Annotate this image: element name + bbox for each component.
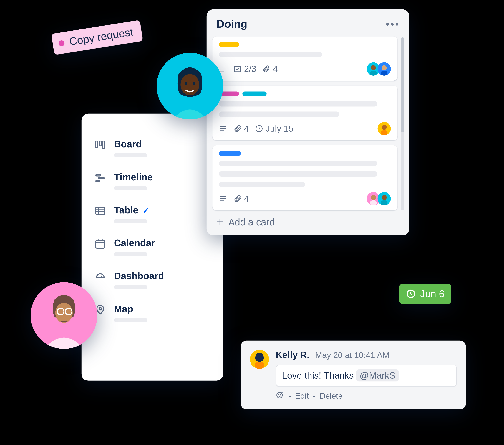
- checklist-meta: 2/3: [233, 64, 256, 74]
- column-scrollbar[interactable]: [401, 37, 404, 210]
- board-icon: [94, 139, 107, 151]
- svg-point-55: [277, 392, 282, 398]
- svg-rect-2: [103, 141, 105, 149]
- view-item-timeline[interactable]: Timeline: [94, 172, 211, 190]
- action-sep: -: [288, 391, 291, 401]
- view-sub-placeholder: [114, 219, 147, 223]
- svg-rect-23: [370, 71, 377, 76]
- avatar: [378, 192, 391, 205]
- view-sub-placeholder: [114, 186, 147, 190]
- view-sub-placeholder: [114, 318, 147, 322]
- description-icon: [219, 194, 227, 203]
- tag-label: Copy request: [68, 25, 134, 48]
- view-label: Table ✓: [114, 204, 149, 216]
- svg-point-32: [382, 125, 387, 130]
- card-title-placeholder: [219, 52, 322, 57]
- card[interactable]: 4: [212, 145, 397, 210]
- svg-point-16: [99, 307, 101, 310]
- floating-avatar: [157, 53, 223, 119]
- table-icon: [94, 204, 107, 217]
- view-label: Dashboard: [114, 271, 164, 282]
- view-label: Map: [114, 303, 147, 315]
- svg-point-25: [382, 65, 387, 70]
- comment-bubble: Love this! Thanks @MarkS: [276, 365, 457, 386]
- svg-point-45: [184, 82, 187, 85]
- clock-icon: [406, 289, 416, 299]
- svg-rect-1: [99, 141, 101, 146]
- card-label-cyan: [242, 92, 267, 96]
- edit-action[interactable]: Edit: [295, 391, 309, 401]
- add-card-label: Add a card: [229, 216, 275, 228]
- svg-rect-10: [96, 240, 105, 248]
- svg-rect-6: [96, 207, 105, 214]
- comment-panel: Kelly R. May 20 at 10:41 AM Love this! T…: [241, 341, 466, 409]
- svg-rect-39: [370, 201, 377, 205]
- card-members: [380, 122, 391, 135]
- date-badge-label: Jun 6: [420, 288, 445, 300]
- comment-avatar: [250, 350, 269, 369]
- calendar-icon: [94, 238, 107, 250]
- card-members: [369, 192, 391, 205]
- card-title-placeholder: [219, 171, 377, 177]
- svg-rect-33: [381, 130, 387, 135]
- avatar: [378, 62, 391, 76]
- view-item-table[interactable]: Table ✓: [94, 204, 211, 223]
- card-members: [369, 62, 391, 76]
- tag-chip[interactable]: Copy request: [51, 20, 143, 55]
- views-panel: Board Timeline Table ✓: [82, 114, 223, 381]
- add-card-button[interactable]: + Add a card: [212, 210, 404, 231]
- delete-action[interactable]: Delete: [320, 391, 342, 401]
- card-title-placeholder: [219, 101, 377, 106]
- svg-rect-4: [98, 177, 104, 179]
- comment-text: Love this! Thanks: [282, 370, 354, 381]
- view-sub-placeholder: [114, 285, 147, 289]
- description-icon: [219, 65, 227, 73]
- card-title-placeholder: [219, 161, 377, 166]
- description-icon: [219, 124, 227, 133]
- view-item-board[interactable]: Board: [94, 139, 211, 157]
- card-title-placeholder: [219, 182, 305, 187]
- svg-rect-26: [381, 71, 387, 76]
- attachment-meta: 4: [233, 194, 249, 204]
- view-item-calendar[interactable]: Calendar: [94, 238, 211, 256]
- svg-point-41: [382, 195, 387, 200]
- plus-icon: +: [216, 216, 223, 228]
- tag-color-dot: [58, 40, 65, 46]
- view-item-dashboard[interactable]: Dashboard: [94, 271, 211, 289]
- add-reaction-icon[interactable]: [276, 391, 284, 401]
- svg-rect-42: [381, 201, 387, 205]
- date-badge[interactable]: Jun 6: [399, 284, 451, 304]
- timeline-icon: [94, 172, 107, 184]
- action-sep: -: [313, 391, 316, 401]
- svg-point-57: [280, 394, 281, 395]
- floating-avatar: [31, 282, 97, 349]
- due-date-meta: July 15: [255, 124, 293, 134]
- svg-rect-0: [96, 141, 98, 148]
- card[interactable]: 4 July 15: [212, 86, 397, 140]
- view-sub-placeholder: [114, 252, 147, 257]
- column-menu-icon[interactable]: •••: [386, 18, 400, 30]
- view-sub-placeholder: [114, 153, 147, 158]
- card-label-yellow: [219, 42, 239, 47]
- view-label: Calendar: [114, 238, 155, 249]
- column-title: Doing: [216, 18, 247, 31]
- svg-point-38: [371, 195, 376, 200]
- view-label: Timeline: [114, 172, 153, 183]
- comment-mention[interactable]: @MarkS: [356, 369, 399, 381]
- svg-point-46: [193, 82, 195, 85]
- svg-rect-3: [96, 174, 101, 176]
- dashboard-icon: [94, 271, 107, 283]
- comment-timestamp: May 20 at 10:41 AM: [315, 351, 389, 360]
- view-item-map[interactable]: Map: [94, 303, 211, 322]
- svg-rect-54: [255, 362, 264, 369]
- check-icon: ✓: [143, 205, 149, 215]
- attachment-meta: 4: [233, 124, 249, 134]
- attachment-meta: 4: [262, 64, 278, 74]
- svg-point-56: [278, 394, 279, 395]
- column-doing: Doing ••• 2/3 4: [207, 9, 409, 236]
- card-label-blue: [219, 151, 241, 156]
- card[interactable]: 2/3 4: [212, 37, 397, 81]
- view-label: Board: [114, 139, 147, 150]
- avatar: [378, 122, 391, 135]
- svg-rect-5: [96, 180, 100, 182]
